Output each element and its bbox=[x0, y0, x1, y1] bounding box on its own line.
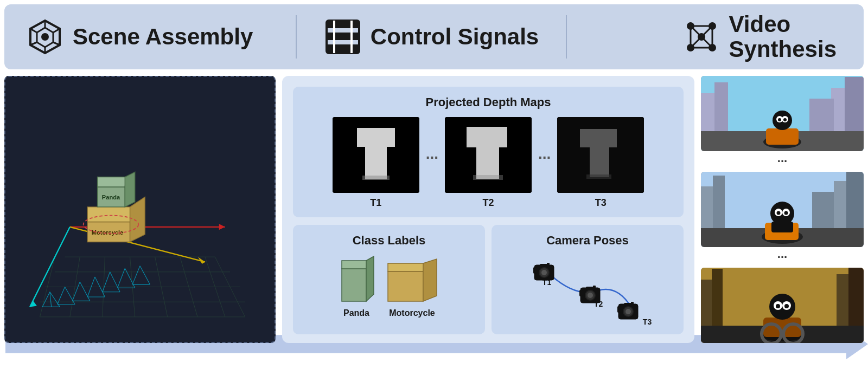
motorcycle-box-icon bbox=[385, 258, 439, 304]
svg-rect-79 bbox=[357, 128, 395, 147]
svg-marker-93 bbox=[388, 271, 423, 301]
control-signals-title: Control Signals bbox=[371, 24, 539, 49]
control-signals-section: Control Signals bbox=[297, 18, 566, 56]
motorcycle-label: Motorcycle bbox=[389, 308, 435, 318]
svg-rect-97 bbox=[533, 267, 537, 274]
depth-maps-section: Projected Depth Maps bbox=[293, 87, 684, 217]
svg-rect-101 bbox=[547, 263, 550, 266]
depth-map-t1: T1 bbox=[333, 117, 419, 209]
svg-rect-85 bbox=[473, 175, 503, 180]
svg-marker-94 bbox=[388, 263, 427, 271]
scene-panel: Motorcycle Panda bbox=[4, 76, 276, 343]
video-frame-1 bbox=[701, 76, 864, 151]
svg-line-67 bbox=[140, 266, 150, 284]
svg-rect-81 bbox=[362, 176, 390, 180]
content-area: Motorcycle Panda Projected Depth Maps bbox=[4, 76, 864, 343]
svg-point-2 bbox=[41, 33, 49, 41]
svg-line-23 bbox=[691, 37, 701, 48]
class-labels-section: Class Labels Panda bbox=[293, 225, 485, 334]
svg-rect-80 bbox=[365, 147, 387, 179]
svg-text:Motorcycle: Motorcycle bbox=[92, 229, 123, 236]
depth-map-t3-label: T3 bbox=[595, 197, 607, 209]
video-panel: ··· bbox=[701, 76, 864, 343]
control-panel: Projected Depth Maps bbox=[282, 76, 694, 343]
svg-point-144 bbox=[784, 211, 788, 215]
video-synthesis-title: Video Synthesis bbox=[729, 12, 837, 62]
scene-3d-svg: Motorcycle Panda bbox=[5, 77, 275, 342]
svg-rect-108 bbox=[593, 286, 596, 288]
depth-map-t2: T2 bbox=[445, 117, 532, 209]
svg-point-106 bbox=[588, 293, 593, 298]
svg-marker-90 bbox=[342, 269, 366, 301]
svg-rect-125 bbox=[766, 128, 799, 145]
camera-poses-container: T1 T2 bbox=[500, 255, 675, 326]
camera-poses-section: Camera Poses bbox=[492, 225, 684, 334]
svg-marker-91 bbox=[342, 261, 369, 269]
control-signals-icon bbox=[324, 18, 362, 56]
panda-label: Panda bbox=[343, 308, 369, 318]
svg-point-159 bbox=[776, 304, 780, 308]
svg-point-130 bbox=[783, 118, 787, 121]
svg-rect-14 bbox=[350, 21, 353, 53]
svg-line-61 bbox=[110, 272, 120, 292]
scene-assembly-icon bbox=[26, 18, 64, 56]
bottom-row: Class Labels Panda bbox=[293, 225, 684, 334]
svg-marker-92 bbox=[366, 256, 374, 301]
camera-path-svg: T1 T2 bbox=[500, 255, 675, 326]
video-synthesis-icon bbox=[682, 18, 720, 56]
svg-marker-42 bbox=[219, 224, 225, 230]
camera-poses-title: Camera Poses bbox=[500, 234, 675, 248]
svg-point-156 bbox=[769, 294, 795, 320]
class-items-row: Panda Motorcycle bbox=[302, 255, 476, 318]
svg-line-47 bbox=[42, 292, 50, 307]
scene-assembly-title: Scene Assembly bbox=[73, 24, 253, 49]
svg-rect-10 bbox=[327, 21, 359, 28]
svg-line-63 bbox=[117, 268, 125, 288]
svg-line-24 bbox=[701, 37, 712, 48]
svg-point-113 bbox=[626, 309, 631, 314]
svg-rect-11 bbox=[327, 33, 359, 40]
svg-point-160 bbox=[784, 304, 789, 308]
depth-map-t2-img bbox=[445, 117, 532, 193]
svg-marker-74 bbox=[98, 177, 126, 187]
svg-rect-13 bbox=[333, 21, 335, 53]
header-bar: Scene Assembly Control Signals bbox=[4, 4, 864, 69]
panda-box-icon bbox=[339, 255, 374, 304]
scene-assembly-section: Scene Assembly bbox=[15, 18, 296, 56]
svg-rect-87 bbox=[580, 129, 617, 147]
svg-rect-88 bbox=[590, 147, 609, 177]
dots-2: ··· bbox=[538, 149, 551, 166]
video-dots-1: ··· bbox=[701, 156, 864, 167]
class-item-motorcycle: Motorcycle bbox=[385, 258, 439, 318]
depth-map-t3: T3 bbox=[557, 117, 644, 209]
svg-rect-111 bbox=[617, 306, 621, 313]
class-labels-title: Class Labels bbox=[302, 234, 476, 248]
svg-line-60 bbox=[103, 272, 110, 292]
svg-rect-84 bbox=[476, 147, 499, 179]
svg-point-129 bbox=[778, 118, 781, 121]
depth-map-t2-label: T2 bbox=[482, 197, 494, 209]
svg-marker-70 bbox=[87, 207, 132, 222]
svg-line-55 bbox=[80, 282, 90, 301]
depth-map-t3-img bbox=[557, 117, 644, 193]
dots-1: ··· bbox=[426, 149, 438, 166]
depth-map-t1-label: T1 bbox=[370, 197, 381, 209]
svg-line-64 bbox=[125, 268, 135, 288]
svg-rect-145 bbox=[771, 222, 793, 232]
depth-map-t1-img bbox=[333, 117, 419, 193]
video-frame-2 bbox=[701, 172, 864, 247]
svg-marker-75 bbox=[125, 172, 135, 207]
svg-line-22 bbox=[701, 26, 712, 37]
svg-line-21 bbox=[691, 26, 701, 37]
svg-rect-89 bbox=[586, 174, 611, 179]
depth-maps-title: Projected Depth Maps bbox=[302, 95, 675, 109]
svg-line-66 bbox=[132, 266, 140, 284]
depth-maps-row: T1 ··· T2 ·· bbox=[302, 117, 675, 209]
svg-rect-104 bbox=[579, 290, 583, 296]
svg-rect-12 bbox=[327, 44, 359, 52]
svg-point-99 bbox=[541, 270, 547, 275]
svg-point-143 bbox=[777, 211, 781, 215]
video-dots-2: ··· bbox=[701, 251, 864, 263]
video-synthesis-section: Video Synthesis bbox=[567, 12, 853, 62]
svg-line-54 bbox=[72, 282, 80, 301]
